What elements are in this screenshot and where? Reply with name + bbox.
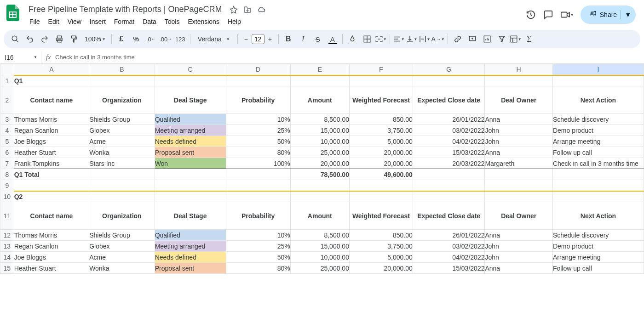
- table-header[interactable]: Expected Close date: [413, 86, 485, 114]
- cell-prob[interactable]: 50%: [226, 136, 290, 147]
- menu-insert[interactable]: Insert: [86, 16, 109, 27]
- cell[interactable]: [226, 180, 290, 191]
- col-header-D[interactable]: D: [226, 64, 290, 75]
- total-label[interactable]: Q1 Total: [14, 169, 89, 180]
- text-rotation-icon[interactable]: A→▼: [431, 32, 444, 46]
- bold-icon[interactable]: B: [282, 32, 295, 46]
- cell-org[interactable]: Stars Inc: [89, 158, 155, 169]
- print-icon[interactable]: [52, 32, 66, 46]
- cell-amount[interactable]: 15,000.00: [290, 241, 349, 252]
- cell[interactable]: [349, 180, 413, 191]
- cell[interactable]: [413, 180, 485, 191]
- cell-close[interactable]: 04/02/2022: [413, 136, 485, 147]
- table-header[interactable]: Organization: [89, 86, 155, 114]
- cloud-status-icon[interactable]: [256, 5, 266, 15]
- cell-amount[interactable]: 15,000.00: [290, 125, 349, 136]
- cell-owner[interactable]: Anna: [485, 263, 552, 274]
- fill-color-icon[interactable]: [345, 32, 359, 46]
- cell-owner[interactable]: John: [485, 125, 552, 136]
- table-header[interactable]: Weighted Forecast: [349, 86, 413, 114]
- cell-org[interactable]: Wonka: [89, 147, 155, 158]
- cell-org[interactable]: Wonka: [89, 263, 155, 274]
- cell[interactable]: [226, 169, 290, 180]
- increase-decimal-icon[interactable]: .00→: [159, 32, 172, 46]
- menu-view[interactable]: View: [64, 16, 85, 27]
- row-header-12[interactable]: 12: [0, 230, 14, 241]
- cell-forecast[interactable]: 20,000.00: [349, 263, 413, 274]
- cell[interactable]: [89, 75, 155, 86]
- cell[interactable]: [413, 169, 485, 180]
- table-header[interactable]: Next Action: [552, 86, 644, 114]
- cell-amount[interactable]: 20,000.00: [290, 158, 349, 169]
- cell-owner[interactable]: John: [485, 136, 552, 147]
- undo-icon[interactable]: [23, 32, 37, 46]
- col-header-A[interactable]: A: [14, 64, 89, 75]
- cell-owner[interactable]: Anna: [485, 230, 552, 241]
- cell-contact[interactable]: Joe Bloggs: [14, 252, 89, 263]
- cell-forecast[interactable]: 5,000.00: [349, 252, 413, 263]
- star-icon[interactable]: [229, 5, 239, 15]
- cell-next[interactable]: Demo product: [552, 125, 644, 136]
- vertical-align-icon[interactable]: ▼: [406, 32, 418, 46]
- cell-contact[interactable]: Regan Scanlon: [14, 125, 89, 136]
- cell-next[interactable]: Follow up call: [552, 147, 644, 158]
- col-header-I[interactable]: I: [552, 64, 644, 75]
- cell-prob[interactable]: 50%: [226, 252, 290, 263]
- menu-data[interactable]: Data: [139, 16, 160, 27]
- col-header-E[interactable]: E: [290, 64, 349, 75]
- cell-amount[interactable]: 8,500.00: [290, 230, 349, 241]
- row-header-9[interactable]: 9: [0, 180, 14, 191]
- cell-next[interactable]: Schedule discovery: [552, 230, 644, 241]
- cell[interactable]: [89, 169, 155, 180]
- cell-forecast[interactable]: 5,000.00: [349, 136, 413, 147]
- cell-org[interactable]: Shields Group: [89, 230, 155, 241]
- cell-forecast[interactable]: 20,000.00: [349, 158, 413, 169]
- cell-owner[interactable]: Anna: [485, 114, 552, 125]
- cell-prob[interactable]: 10%: [226, 230, 290, 241]
- history-icon[interactable]: [525, 9, 536, 20]
- cell-prob[interactable]: 100%: [226, 158, 290, 169]
- cell-org[interactable]: Acme: [89, 252, 155, 263]
- select-all-corner[interactable]: [0, 64, 14, 75]
- cell[interactable]: [552, 75, 644, 86]
- col-header-C[interactable]: C: [155, 64, 226, 75]
- cell[interactable]: [552, 191, 644, 202]
- col-header-H[interactable]: H: [485, 64, 552, 75]
- cell-forecast[interactable]: 20,000.00: [349, 147, 413, 158]
- menu-tools[interactable]: Tools: [161, 16, 184, 27]
- cell-amount[interactable]: 25,000.00: [290, 147, 349, 158]
- row-header-3[interactable]: 3: [0, 114, 14, 125]
- borders-icon[interactable]: [360, 32, 374, 46]
- redo-icon[interactable]: [38, 32, 52, 46]
- cell-forecast[interactable]: 850.00: [349, 114, 413, 125]
- row-header-8[interactable]: 8: [0, 169, 14, 180]
- cell-prob[interactable]: 80%: [226, 147, 290, 158]
- cell-stage[interactable]: Qualified: [155, 114, 226, 125]
- cell-contact[interactable]: Joe Bloggs: [14, 136, 89, 147]
- table-header[interactable]: Contact name: [14, 86, 89, 114]
- share-button[interactable]: Share ▼: [581, 6, 636, 24]
- cell-contact[interactable]: Thomas Morris: [14, 114, 89, 125]
- cell-org[interactable]: Globex: [89, 125, 155, 136]
- text-color-icon[interactable]: A: [326, 32, 339, 46]
- cell-next[interactable]: Check in call in 3 months time: [552, 158, 644, 169]
- cell[interactable]: [14, 180, 89, 191]
- meet-icon[interactable]: ▼: [560, 9, 574, 20]
- total-amount[interactable]: 78,500.00: [290, 169, 349, 180]
- table-header[interactable]: Organization: [89, 202, 155, 230]
- cell-stage[interactable]: Proposal sent: [155, 147, 226, 158]
- cell-contact[interactable]: Heather Stuart: [14, 263, 89, 274]
- table-header[interactable]: Contact name: [14, 202, 89, 230]
- search-icon[interactable]: [8, 32, 22, 46]
- share-caret-icon[interactable]: ▼: [621, 10, 631, 19]
- font-size-increase[interactable]: +: [264, 34, 276, 45]
- table-header[interactable]: Expected Close date: [413, 202, 485, 230]
- cell[interactable]: [89, 191, 155, 202]
- cell-org[interactable]: Acme: [89, 136, 155, 147]
- font-family-select[interactable]: Verdana▼: [193, 35, 235, 43]
- insert-comment-icon[interactable]: [466, 32, 479, 46]
- table-header[interactable]: Deal Owner: [485, 202, 552, 230]
- cell-close[interactable]: 03/02/2022: [413, 241, 485, 252]
- cell-close[interactable]: 20/03/2022: [413, 158, 485, 169]
- filter-icon[interactable]: [495, 32, 509, 46]
